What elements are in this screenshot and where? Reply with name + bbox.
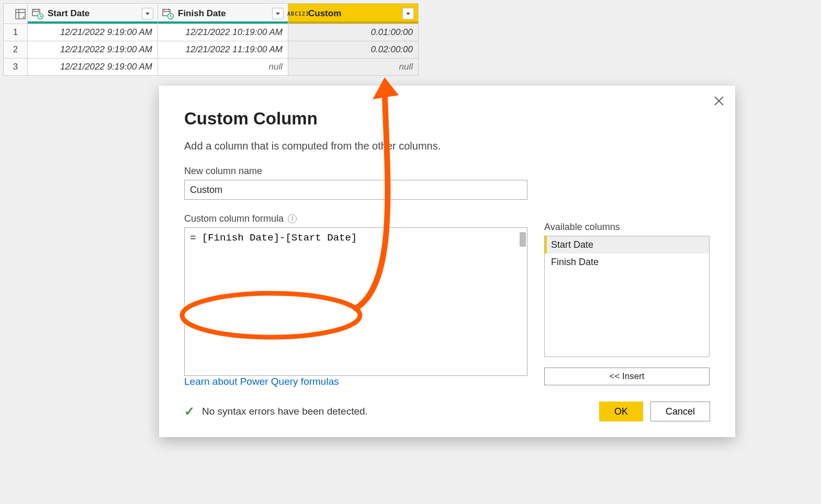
available-columns-list: Start Date Finish Date: [544, 236, 710, 357]
table-icon: [15, 9, 26, 22]
svg-marker-20: [406, 13, 410, 15]
row-number: 2: [4, 41, 28, 59]
column-name: Start Date: [48, 8, 89, 19]
cell-custom[interactable]: 0.02:00:00: [288, 41, 419, 59]
info-icon[interactable]: i: [288, 214, 297, 223]
cell-start[interactable]: 12/21/2022 9:19:00 AM: [28, 41, 158, 59]
status-text: No syntax errors have been detected.: [202, 406, 368, 417]
cancel-button[interactable]: Cancel: [650, 402, 710, 421]
check-icon: ✓: [184, 404, 195, 419]
new-column-name-input[interactable]: [184, 180, 527, 200]
table-row[interactable]: 3 12/21/2022 9:19:00 AM null null: [4, 59, 419, 76]
cell-finish[interactable]: null: [158, 59, 288, 76]
row-number: 1: [4, 24, 28, 41]
learn-link[interactable]: Learn about Power Query formulas: [184, 376, 339, 387]
table-corner-menu[interactable]: [4, 4, 28, 24]
new-column-name-label: New column name: [184, 166, 710, 177]
datetime-type-icon: [32, 8, 43, 19]
table-body: 1 12/21/2022 9:19:00 AM 12/21/2022 10:19…: [4, 24, 419, 76]
close-icon[interactable]: [713, 95, 725, 109]
column-name: Custom: [308, 8, 341, 19]
cell-finish[interactable]: 12/21/2022 11:19:00 AM: [158, 41, 288, 59]
available-columns-label: Available columns: [544, 222, 710, 233]
scrollbar-thumb[interactable]: [520, 232, 526, 247]
column-filter-dropdown[interactable]: [402, 8, 414, 19]
available-column-item[interactable]: Start Date: [545, 236, 709, 254]
syntax-status: ✓ No syntax errors have been detected.: [184, 404, 368, 419]
formula-text: [Finish Date]-[Start Date]: [190, 232, 357, 244]
svg-marker-11: [145, 13, 150, 15]
cell-start[interactable]: 12/21/2022 9:19:00 AM: [28, 59, 158, 76]
svg-marker-3: [23, 17, 25, 18]
available-column-item[interactable]: Finish Date: [545, 254, 709, 271]
formula-editor[interactable]: [Finish Date]-[Start Date]: [184, 227, 527, 376]
insert-button[interactable]: << Insert: [544, 368, 710, 385]
any-type-icon: ABC 123: [293, 8, 304, 19]
cell-custom[interactable]: null: [288, 59, 419, 76]
row-number: 3: [4, 59, 28, 76]
column-filter-dropdown[interactable]: [142, 8, 153, 19]
column-header-custom[interactable]: ABC 123 Custom: [288, 4, 419, 24]
column-filter-dropdown[interactable]: [272, 8, 284, 19]
column-header-start-date[interactable]: Start Date: [28, 4, 158, 24]
datetime-type-icon: [162, 8, 174, 19]
query-preview-table: Start Date: [3, 3, 419, 76]
column-header-finish-date[interactable]: Finish Date: [158, 4, 288, 24]
custom-column-dialog: Custom Column Add a column that is compu…: [159, 86, 735, 437]
cell-finish[interactable]: 12/21/2022 10:19:00 AM: [158, 24, 288, 41]
column-name: Finish Date: [178, 8, 226, 19]
dialog-subtitle: Add a column that is computed from the o…: [184, 140, 710, 152]
cell-custom[interactable]: 0.01:00:00: [288, 24, 419, 41]
table-row[interactable]: 2 12/21/2022 9:19:00 AM 12/21/2022 11:19…: [4, 41, 419, 59]
svg-marker-19: [276, 13, 280, 15]
dialog-title: Custom Column: [184, 109, 710, 129]
cell-start[interactable]: 12/21/2022 9:19:00 AM: [28, 24, 158, 41]
table-row[interactable]: 1 12/21/2022 9:19:00 AM 12/21/2022 10:19…: [4, 24, 419, 41]
ok-button[interactable]: OK: [599, 402, 643, 421]
